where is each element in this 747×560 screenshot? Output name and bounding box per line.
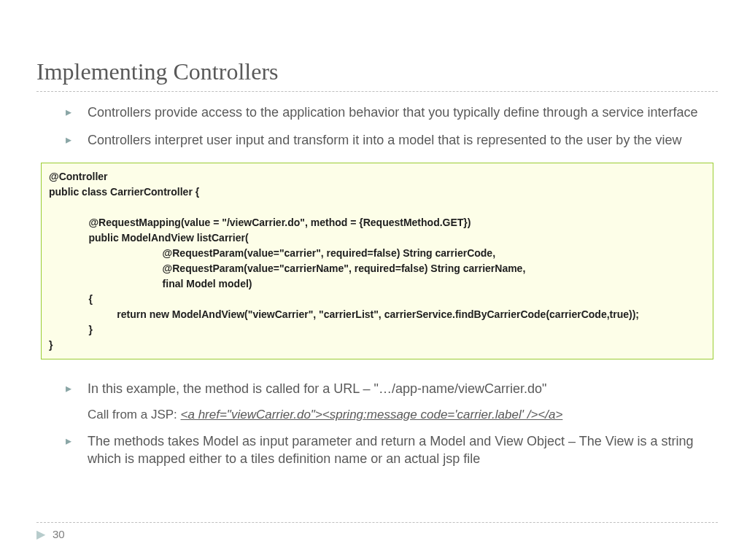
slide-footer: ▶ 30 [36,522,718,541]
triangle-icon: ▶ [36,527,45,541]
code-line: { [49,293,93,305]
sub-bullet: Call from a JSP: <a href="viewCarrier.do… [88,408,718,422]
bullet-list-bottom: In this example, the method is called fo… [66,380,718,397]
bullet-item: Controllers provide access to the applic… [66,104,718,121]
code-line: } [49,324,93,335]
page-number: 30 [53,528,65,540]
bullet-item: In this example, the method is called fo… [66,380,718,397]
title-divider [36,91,718,92]
bullet-item: Controllers interpret user input and tra… [66,131,718,149]
code-line: @RequestMapping(value = "/viewCarrier.do… [49,217,471,228]
bullet-item: The methods takes Model as input paramet… [66,432,718,468]
code-line: return new ModelAndView("viewCarrier", "… [49,308,639,320]
code-line: @RequestParam(value="carrierName", requi… [49,262,525,274]
jsp-link-text: <a href="viewCarrier.do"><spring:message… [181,408,563,421]
page-number-group: ▶ 30 [36,527,718,541]
code-line: public ModelAndView listCarrier( [49,232,249,244]
slide: Implementing Controllers Controllers pro… [0,0,747,560]
code-line: final Model model) [49,278,252,289]
code-line: @RequestParam(value="carrier", required=… [49,247,495,259]
bullet-list-bottom-2: The methods takes Model as input paramet… [66,432,718,468]
code-block: @Controller public class CarrierControll… [41,163,713,359]
sub-prefix: Call from a JSP: [88,408,181,421]
page-title: Implementing Controllers [36,58,718,85]
code-line: } [49,339,53,351]
footer-divider [36,522,718,523]
code-line: @Controller [49,171,108,182]
code-line: public class CarrierController { [49,186,199,198]
bullet-list-top: Controllers provide access to the applic… [66,104,718,149]
